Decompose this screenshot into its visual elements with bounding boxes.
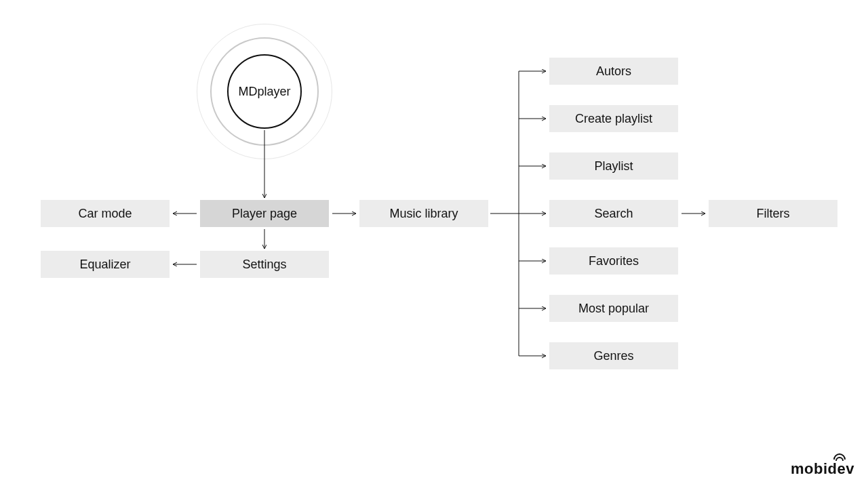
node-label: Search: [594, 207, 633, 221]
node-equalizer: Equalizer: [41, 251, 170, 278]
root-node: MDplayer: [197, 24, 332, 159]
node-label: Car mode: [78, 207, 132, 221]
node-favorites: Favorites: [549, 247, 678, 274]
logo-text: mobidev: [791, 460, 854, 477]
node-autors: Autors: [549, 58, 678, 85]
arrows-layer: [0, 0, 868, 488]
node-player-page: Player page: [200, 200, 329, 227]
node-label: Player page: [232, 207, 297, 221]
node-label: Create playlist: [575, 112, 652, 126]
node-label: Music library: [389, 207, 458, 221]
node-settings: Settings: [200, 251, 329, 278]
node-label: Playlist: [594, 159, 633, 174]
node-label: Most popular: [578, 302, 649, 316]
node-label: Favorites: [589, 254, 639, 268]
logo: mobidev: [791, 460, 854, 478]
node-label: Autors: [596, 64, 631, 79]
node-label: Equalizer: [79, 258, 130, 272]
node-label: Filters: [757, 207, 790, 221]
node-car-mode: Car mode: [41, 200, 170, 227]
node-filters: Filters: [709, 200, 837, 227]
node-genres: Genres: [549, 342, 678, 369]
ring-inner: MDplayer: [227, 54, 302, 129]
wifi-icon: [833, 453, 846, 462]
node-label: Settings: [242, 258, 286, 272]
node-label: Genres: [593, 349, 633, 363]
node-search: Search: [549, 200, 678, 227]
node-playlist: Playlist: [549, 152, 678, 180]
node-most-popular: Most popular: [549, 295, 678, 322]
node-music-library: Music library: [359, 200, 488, 227]
node-create-playlist: Create playlist: [549, 105, 678, 132]
root-label: MDplayer: [238, 85, 290, 99]
